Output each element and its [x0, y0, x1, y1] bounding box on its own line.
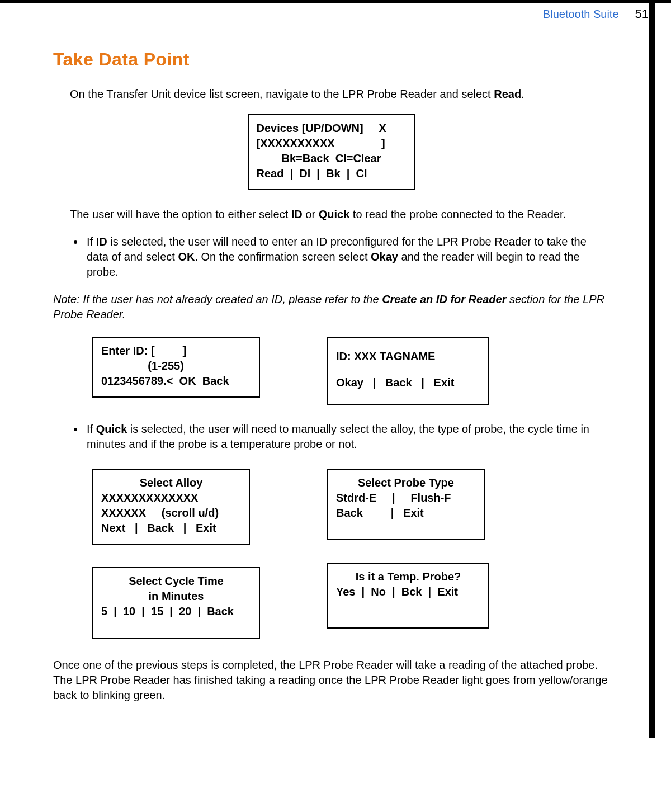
cycle-line-4: 5 | 10 | 15 | 20 | Back	[101, 604, 251, 619]
option-quick: Quick	[319, 208, 350, 220]
temp-line-1: Is it a Temp. Probe?	[336, 569, 480, 584]
devices-line-1: Devices [UP/DOWN] X	[257, 121, 407, 136]
id-tag-line-1: ID: XXX TAGNAME	[336, 349, 480, 364]
cycle-line-2: in Minutes	[101, 589, 251, 604]
intro-text-pre: On the Transfer Unit device list screen,…	[70, 88, 494, 100]
select-probe-screen-box: Select Probe Type Stdrd-E | Flush-F Back…	[327, 469, 485, 540]
bullet-id-b3: Okay	[371, 251, 398, 263]
devices-screen-box: Devices [UP/DOWN] X [XXXXXXXXXX ] Bk=Bac…	[248, 114, 415, 190]
header-divider	[627, 7, 627, 21]
bullet-id: If ID is selected, the user will need to…	[84, 234, 609, 280]
temp-probe-screen-box: Is it a Temp. Probe? Yes | No | Bck | Ex…	[327, 563, 489, 629]
intro-text-read: Read	[494, 88, 521, 100]
enter-id-line-4: 0123456789.< OK Back	[101, 374, 251, 389]
option-text-mid: or	[303, 208, 319, 220]
bullet-id-b2: OK	[178, 251, 195, 263]
page-header: Bluetooth Suite 51	[0, 3, 671, 27]
enter-id-line-2: (1-255)	[101, 358, 251, 374]
alloy-line-1: Select Alloy	[101, 475, 241, 490]
select-alloy-screen-box: Select Alloy XXXXXXXXXXXXX XXXXXX (scrol…	[92, 469, 250, 545]
bullet-quick: If Quick is selected, the user will need…	[84, 422, 609, 452]
id-tag-screen-box: ID: XXX TAGNAME Okay | Back | Exit	[327, 337, 489, 405]
enter-id-line-1: Enter ID: [ _ ]	[101, 343, 251, 358]
option-paragraph: The user will have the option to either …	[70, 207, 609, 222]
cycle-line-1: Select Cycle Time	[101, 574, 251, 589]
page-number: 51	[635, 7, 649, 21]
note-pre: Note: If the user has not already create…	[53, 293, 382, 305]
probe-line-4: Back | Exit	[336, 506, 476, 521]
bullet-quick-pre: If	[87, 423, 96, 435]
probe-line-3: Stdrd-E | Flush-F	[336, 490, 476, 506]
option-id: ID	[291, 208, 303, 220]
bullet-quick-b1: Quick	[96, 423, 127, 435]
intro-text-post: .	[521, 88, 524, 100]
devices-line-4: Read | Dl | Bk | Cl	[257, 166, 407, 181]
alloy-line-4: Next | Back | Exit	[101, 521, 241, 536]
breadcrumb: Bluetooth Suite	[543, 8, 619, 21]
enter-id-screen-box: Enter ID: [ _ ] (1-255) 0123456789.< OK …	[92, 337, 260, 398]
option-text-pre: The user will have the option to either …	[70, 208, 291, 220]
page-title: Take Data Point	[53, 49, 609, 70]
alloy-line-2: XXXXXXXXXXXXX	[101, 490, 241, 506]
devices-line-2: [XXXXXXXXXX ]	[257, 136, 407, 151]
option-text-post: to read the probe connected to the Reade…	[349, 208, 566, 220]
temp-line-3: Yes | No | Bck | Exit	[336, 584, 480, 599]
id-tag-line-2: Okay | Back | Exit	[336, 375, 480, 390]
probe-line-1: Select Probe Type	[336, 475, 476, 490]
alloy-line-3: XXXXXX (scroll u/d)	[101, 506, 241, 521]
select-cycle-screen-box: Select Cycle Time in Minutes 5 | 10 | 15…	[92, 567, 260, 639]
bullet-id-mid2: . On the confirmation screen select	[195, 251, 371, 263]
intro-paragraph: On the Transfer Unit device list screen,…	[70, 87, 609, 102]
note-paragraph: Note: If the user has not already create…	[53, 292, 609, 322]
bullet-id-b1: ID	[96, 235, 107, 248]
page-right-edge	[649, 0, 655, 738]
bullet-id-pre: If	[87, 235, 96, 248]
final-paragraph: Once one of the previous steps is comple…	[53, 658, 609, 703]
bullet-quick-post: is selected, the user will need to manua…	[87, 423, 589, 450]
note-bold: Create an ID for Reader	[382, 293, 506, 305]
devices-line-3: Bk=Back Cl=Clear	[257, 151, 407, 166]
